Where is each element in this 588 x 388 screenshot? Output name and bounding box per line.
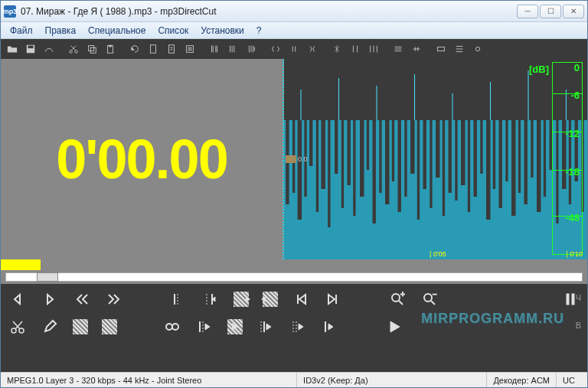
copy-icon[interactable]: [83, 41, 100, 57]
svg-rect-76: [572, 294, 574, 305]
doc1-icon[interactable]: [145, 41, 162, 57]
zoom1-icon[interactable]: [328, 41, 345, 57]
marker1-icon[interactable]: [206, 41, 223, 57]
svg-rect-27: [360, 120, 364, 197]
paste-icon[interactable]: [102, 41, 119, 57]
rewind-icon[interactable]: [73, 290, 91, 308]
menu-edit[interactable]: Правка: [41, 24, 81, 37]
skip-end-icon[interactable]: [324, 290, 342, 308]
svg-rect-21: [321, 120, 325, 189]
scissors-icon[interactable]: [8, 318, 27, 336]
zoom2-icon[interactable]: [347, 41, 364, 57]
svg-text:+: +: [400, 292, 405, 298]
app-window: mp3 07. Мираж - Где Я ( 1988 ).mp3 - mp3…: [0, 0, 588, 388]
play-sel-left-icon[interactable]: [195, 318, 214, 336]
svg-rect-1: [28, 46, 34, 49]
svg-rect-29: [373, 120, 376, 223]
nav3-icon[interactable]: [304, 41, 321, 57]
sel-range-left-icon[interactable]: [234, 292, 249, 307]
menu-list[interactable]: Список: [153, 24, 193, 37]
cfg2-icon[interactable]: [451, 41, 468, 57]
view1-icon[interactable]: [390, 41, 407, 57]
minimize-button[interactable]: ─: [517, 5, 538, 18]
time-display: 0'00.00: [56, 128, 227, 191]
svg-rect-19: [309, 120, 312, 166]
zoom-in-icon[interactable]: +: [388, 290, 407, 308]
skip-start-icon[interactable]: [292, 290, 310, 308]
svg-rect-4: [89, 46, 94, 51]
overview-bar[interactable]: [1, 259, 587, 270]
svg-rect-54: [531, 120, 533, 178]
region2-icon[interactable]: [102, 319, 117, 334]
doc2-icon[interactable]: [163, 41, 180, 57]
statusbar: MPEG1.0 Layer 3 - 320 kbps - 44 kHz - Jo…: [1, 372, 587, 387]
marker2-icon[interactable]: [224, 41, 241, 57]
scroll-track[interactable]: [1, 270, 587, 284]
play-marked-icon[interactable]: [289, 318, 307, 336]
time-panel: 0'00.00: [1, 59, 284, 259]
svg-rect-35: [410, 120, 415, 174]
props-icon[interactable]: [181, 41, 198, 57]
waveform-canvas[interactable]: 0.0 [dB] 0 -6 -12 -18 -48 | 0'05 | 0'10: [284, 59, 587, 259]
svg-rect-55: [537, 120, 541, 212]
open-icon[interactable]: [4, 41, 21, 57]
sel-range-right-icon[interactable]: [263, 292, 278, 307]
play-cue-icon[interactable]: [321, 318, 339, 336]
undo-icon[interactable]: [126, 41, 143, 57]
svg-rect-36: [417, 120, 420, 220]
menu-file[interactable]: Файл: [5, 24, 38, 37]
svg-rect-56: [544, 120, 546, 197]
scroll-thumb[interactable]: [37, 272, 58, 282]
view2-icon[interactable]: [408, 41, 425, 57]
menu-special[interactable]: Специальное: [83, 24, 150, 37]
menu-settings[interactable]: Установки: [196, 24, 248, 37]
svg-rect-22: [328, 120, 330, 227]
marker3-icon[interactable]: [243, 41, 260, 57]
prev-icon[interactable]: [8, 290, 27, 308]
cut-icon[interactable]: [65, 41, 82, 57]
svg-point-3: [75, 51, 78, 54]
svg-point-71: [392, 294, 400, 302]
sel-end-icon[interactable]: [201, 290, 220, 308]
svg-point-2: [70, 51, 73, 54]
loop-icon[interactable]: [163, 318, 181, 336]
status-decoder: Декодер: ACM: [487, 373, 557, 387]
svg-rect-46: [480, 120, 482, 174]
svg-rect-39: [436, 120, 440, 178]
save-icon[interactable]: [22, 41, 39, 57]
window-title: 07. Мираж - Где Я ( 1988 ).mp3 - mp3Dire…: [21, 6, 517, 17]
maximize-button[interactable]: ☐: [540, 5, 561, 18]
svg-rect-48: [493, 120, 495, 189]
status-format: MPEG1.0 Layer 3 - 320 kbps - 44 kHz - Jo…: [1, 373, 297, 387]
zoom3-icon[interactable]: [365, 41, 382, 57]
play-sel-icon[interactable]: [227, 319, 243, 334]
svg-rect-7: [109, 45, 112, 47]
region1-icon[interactable]: [73, 319, 88, 334]
zoom-out-icon[interactable]: −: [420, 290, 439, 308]
indicator-b: В: [576, 321, 581, 330]
db-tick-12: -12: [557, 128, 580, 139]
cfg1-icon[interactable]: [433, 41, 449, 57]
svg-rect-5: [90, 47, 96, 53]
cfg3-icon[interactable]: [469, 41, 486, 57]
waveform-area[interactable]: 0'00.00 0.0 [dB]: [1, 59, 587, 259]
next-icon[interactable]: [41, 290, 59, 308]
nav1-icon[interactable]: [267, 41, 284, 57]
titlebar[interactable]: mp3 07. Мираж - Где Я ( 1988 ).mp3 - mp3…: [1, 1, 587, 22]
svg-rect-40: [443, 120, 445, 216]
svg-rect-31: [385, 120, 390, 204]
nav2-icon[interactable]: [286, 41, 302, 57]
menu-help[interactable]: ?: [252, 24, 266, 37]
play-icon[interactable]: [385, 318, 403, 336]
fastfwd-icon[interactable]: [105, 290, 123, 308]
play-sel-right-icon[interactable]: [256, 318, 275, 336]
controls-panel: + − Ч В MIRPROGRAM: [1, 284, 587, 342]
sel-start-icon[interactable]: [169, 290, 188, 308]
svg-rect-26: [353, 120, 355, 216]
svg-rect-51: [511, 120, 516, 216]
svg-point-73: [424, 294, 432, 302]
close-button[interactable]: ✕: [563, 5, 584, 18]
pencil-icon[interactable]: [41, 318, 59, 336]
app-icon: mp3: [4, 5, 16, 18]
gain-curve-icon[interactable]: [41, 41, 57, 57]
